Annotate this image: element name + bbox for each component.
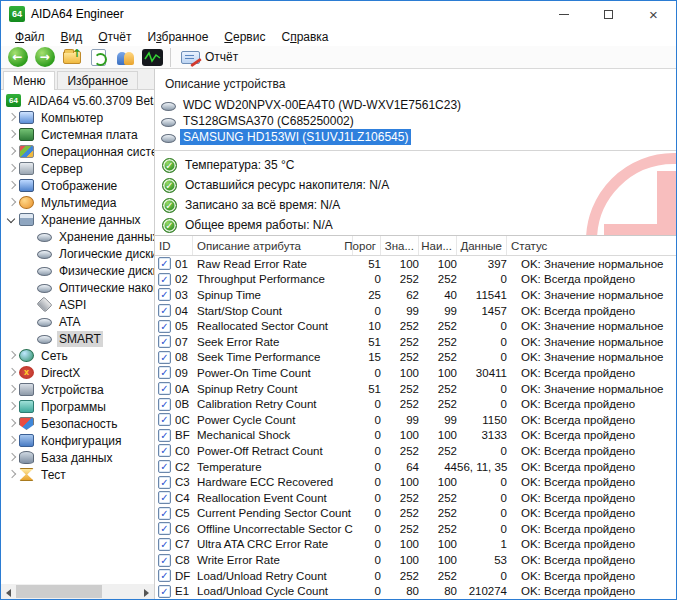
monitor-button[interactable] xyxy=(139,47,166,68)
chevron-icon[interactable] xyxy=(5,162,19,176)
column-header-status[interactable]: Статус xyxy=(507,236,676,255)
tree-item[interactable]: DirectX xyxy=(1,364,154,381)
tree-item[interactable]: База данных xyxy=(1,449,154,466)
tree-item[interactable]: AIDA64 v5.60.3709 Beta xyxy=(1,92,154,109)
attribute-checkbox[interactable] xyxy=(158,366,171,379)
attribute-checkbox[interactable] xyxy=(158,320,171,333)
chevron-icon[interactable] xyxy=(5,451,19,465)
column-header-worst[interactable]: Наи... xyxy=(419,236,457,255)
maximize-button[interactable] xyxy=(586,1,631,27)
table-row[interactable]: 0C Power Cycle Count 0 99 99 1150 OK: Вс… xyxy=(155,412,676,428)
chevron-icon[interactable] xyxy=(5,400,19,414)
forward-button[interactable]: → xyxy=(31,47,58,68)
tree-item[interactable]: Устройства xyxy=(1,381,154,398)
close-button[interactable]: × xyxy=(631,1,676,27)
menu-item[interactable]: Отчёт xyxy=(90,28,139,46)
table-row[interactable]: 03 Spinup Time 25 62 40 11541 OK: Значен… xyxy=(155,287,676,303)
table-row[interactable]: BF Mechanical Shock 0 100 100 3133 OK: В… xyxy=(155,428,676,444)
column-header-name[interactable]: Описание атрибута xyxy=(193,236,353,255)
table-row[interactable]: C7 Ultra ATA CRC Error Rate 0 100 100 1 … xyxy=(155,537,676,553)
chevron-icon[interactable] xyxy=(5,349,19,363)
sidebar-horizontal-scrollbar[interactable] xyxy=(1,584,154,599)
attribute-checkbox[interactable] xyxy=(158,444,171,457)
device-row[interactable]: SAMSUNG HD153WI (S1UVJ1LZ106545) xyxy=(155,129,676,145)
device-row[interactable]: WDC WD20NPVX-00EA4T0 (WD-WXV1E7561C23) xyxy=(155,97,676,113)
attribute-checkbox[interactable] xyxy=(158,288,171,301)
attribute-checkbox[interactable] xyxy=(158,522,171,535)
chevron-icon[interactable] xyxy=(5,128,19,142)
chevron-icon[interactable] xyxy=(5,383,19,397)
table-header[interactable]: ID Описание атрибута Порог Зна... Наи...… xyxy=(155,236,676,256)
chevron-icon[interactable] xyxy=(5,179,19,193)
table-row[interactable]: C0 Power-Off Retract Count 0 252 252 0 O… xyxy=(155,443,676,459)
table-row[interactable]: 04 Start/Stop Count 0 99 99 1457 OK: Все… xyxy=(155,303,676,319)
table-row[interactable]: E1 Load/Unload Cycle Count 0 80 80 21027… xyxy=(155,583,676,599)
refresh-button[interactable] xyxy=(85,47,112,68)
users-button[interactable] xyxy=(112,47,139,68)
table-row[interactable]: C3 Hardware ECC Recovered 0 100 100 0 OK… xyxy=(155,474,676,490)
table-row[interactable]: 05 Reallocated Sector Count 10 252 252 0… xyxy=(155,318,676,334)
tree-item[interactable]: Мультимедиа xyxy=(1,194,154,211)
menu-item[interactable]: Справка xyxy=(273,28,336,46)
attribute-checkbox[interactable] xyxy=(158,304,171,317)
table-row[interactable]: C8 Write Error Rate 0 100 100 53 OK: Все… xyxy=(155,552,676,568)
tree-item[interactable]: Безопасность xyxy=(1,415,154,432)
tree-item[interactable]: Сервер xyxy=(1,160,154,177)
attribute-checkbox[interactable] xyxy=(158,398,171,411)
chevron-icon[interactable] xyxy=(5,196,19,210)
attribute-checkbox[interactable] xyxy=(158,491,171,504)
tree-item[interactable]: Логические диски xyxy=(1,245,154,262)
chevron-icon[interactable] xyxy=(5,213,19,227)
report-button[interactable]: Отчёт xyxy=(176,48,246,66)
attribute-checkbox[interactable] xyxy=(158,273,171,286)
device-row[interactable]: TS128GMSA370 (C685250002) xyxy=(155,113,676,129)
tree-item[interactable]: Программы xyxy=(1,398,154,415)
tree-item[interactable]: ASPI xyxy=(1,296,154,313)
attribute-checkbox[interactable] xyxy=(158,585,171,598)
back-button[interactable]: ← xyxy=(4,47,31,68)
chevron-icon[interactable] xyxy=(5,417,19,431)
chevron-icon[interactable] xyxy=(5,111,19,125)
chevron-icon[interactable] xyxy=(5,145,19,159)
chevron-icon[interactable] xyxy=(5,468,19,482)
scroll-right-arrow[interactable] xyxy=(139,584,154,599)
table-row[interactable]: 01 Raw Read Error Rate 51 100 100 397 OK… xyxy=(155,256,676,272)
tree-item[interactable]: SMART xyxy=(1,330,154,347)
table-row[interactable]: 02 Throughput Performance 0 252 252 0 OK… xyxy=(155,272,676,288)
tree-item[interactable]: Хранение данных xyxy=(1,211,154,228)
table-row[interactable]: 0A Spinup Retry Count 51 252 252 0 OK: З… xyxy=(155,381,676,397)
attribute-checkbox[interactable] xyxy=(158,257,171,270)
attribute-checkbox[interactable] xyxy=(158,429,171,442)
menu-item[interactable]: Вид xyxy=(53,28,91,46)
sidebar-tab[interactable]: Меню xyxy=(3,71,55,90)
menu-item[interactable]: Сервис xyxy=(216,28,273,46)
column-header-threshold[interactable]: Порог xyxy=(353,236,381,255)
table-row[interactable]: 08 Seek Time Performance 15 252 252 0 OK… xyxy=(155,350,676,366)
tree-item[interactable]: Отображение xyxy=(1,177,154,194)
column-header-value[interactable]: Зна... xyxy=(381,236,419,255)
open-report-button[interactable] xyxy=(58,47,85,68)
attribute-checkbox[interactable] xyxy=(158,569,171,582)
attribute-checkbox[interactable] xyxy=(158,538,171,551)
attribute-checkbox[interactable] xyxy=(158,382,171,395)
attribute-checkbox[interactable] xyxy=(158,351,171,364)
table-row[interactable]: C2 Temperature 0 64 44 56, 11, 35 OK: Вс… xyxy=(155,459,676,475)
column-header-id[interactable]: ID xyxy=(155,236,193,255)
table-row[interactable]: 07 Seek Error Rate 51 252 252 0 OK: Знач… xyxy=(155,334,676,350)
sidebar-tab[interactable]: Избранное xyxy=(57,71,138,89)
chevron-icon[interactable] xyxy=(5,434,19,448)
minimize-button[interactable] xyxy=(541,1,586,27)
scroll-left-arrow[interactable] xyxy=(1,584,16,599)
table-row[interactable]: DF Load/Unload Retry Count 0 252 252 0 O… xyxy=(155,568,676,584)
table-row[interactable]: C4 Reallocation Event Count 0 252 252 0 … xyxy=(155,490,676,506)
tree-item[interactable]: Компьютер xyxy=(1,109,154,126)
attribute-checkbox[interactable] xyxy=(158,507,171,520)
tree-item[interactable]: Конфигурация xyxy=(1,432,154,449)
chevron-icon[interactable] xyxy=(5,366,19,380)
column-header-data[interactable]: Данные xyxy=(457,236,507,255)
tree-item[interactable]: Тест xyxy=(1,466,154,483)
tree-item[interactable]: Сеть xyxy=(1,347,154,364)
attribute-checkbox[interactable] xyxy=(158,413,171,426)
attribute-checkbox[interactable] xyxy=(158,460,171,473)
attribute-checkbox[interactable] xyxy=(158,335,171,348)
